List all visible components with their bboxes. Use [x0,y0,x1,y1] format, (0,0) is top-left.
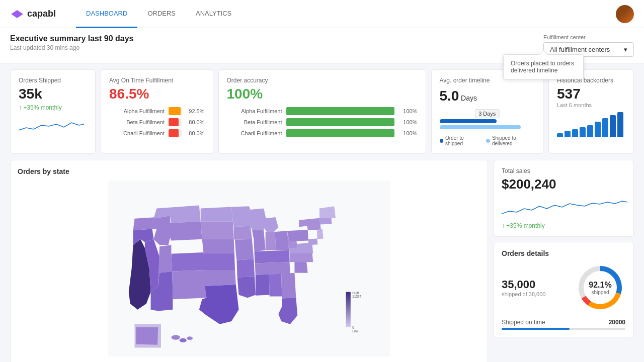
acc-pct-beta: 100% [398,119,418,125]
avatar-image [616,5,634,23]
donut-center: 92.1% shipped [589,281,611,295]
legend-value-text: 11374 [352,295,361,298]
bar-pct-beta: 80.0% [186,119,205,125]
bar-col-9 [617,112,623,137]
shipped-on-time-row: Shipped on time 20000 [502,319,625,326]
bar-col-4 [580,127,586,137]
shipped-bar-fill [502,328,570,330]
orders-details-title: Orders details [502,249,625,257]
orders-shipped-title: Orders Shipped [19,77,87,84]
bar-fill-charli [169,129,179,137]
legend-low-text: Low [352,329,358,333]
state-nj [317,229,323,239]
backorders-value: 537 [557,86,625,102]
orders-sparkline [19,115,87,137]
fulfillment-name-charli: Charli Fulfillment [109,130,165,136]
state-sc [294,260,307,273]
last-updated: Last updated 30 mins ago [10,44,133,51]
main-nav: DASHBOARD ORDERS ANALYTICS [76,0,242,28]
header-right [616,5,634,23]
state-ar [237,259,255,277]
acc-pct-charli: 100% [398,130,418,136]
bar-beta [169,118,182,126]
bar-pct-alpha: 92.5% [186,108,205,114]
bar-pct-charli: 80.0% [186,130,205,136]
bar-fill-beta [169,118,179,126]
days-value: 5.0 [440,88,459,104]
state-wy [169,222,202,241]
sales-trend-text: +35% monthly [506,222,544,229]
donut-label: shipped [589,290,611,295]
main-content: Orders by state [0,160,644,362]
bar-fill-alpha [169,107,181,115]
accuracy-row-charli: Charli Fulfillment 100% [227,129,418,137]
nav-dashboard[interactable]: DASHBOARD [76,0,137,28]
avatar[interactable] [616,5,634,23]
nav-orders[interactable]: ORDERS [137,0,186,28]
sales-trend-up-icon: ↑ [502,222,505,229]
legend-dot-light [486,139,490,143]
fulfillment-name-beta: Beta Fulfillment [109,119,165,125]
legend-zero-text: 0 [352,326,354,329]
avg-on-time-title: Avg On Time Fulfillment [109,77,205,84]
order-accuracy-title: Order accuracy [227,77,418,84]
state-co [171,252,205,272]
sales-title: Total sales [502,167,625,174]
state-sd [201,222,234,239]
bar-col-8 [610,115,616,138]
state-nm [172,270,206,299]
fulfillment-row-alpha: Alpha Fulfillment 92.5% [109,107,205,115]
orders-sub: shipped of 38,000 [502,291,567,297]
fulfillment-dropdown: Fulfillment center All fulfillment cente… [543,34,634,57]
shipped-on-time-value: 20000 [609,319,625,326]
trend-up-icon: ↑ [19,104,22,111]
donut-chart: 92.1% shipped [575,262,625,313]
avg-order-timeline-card: Avg. order timeline 5.0 Days 3 Days Orde… [431,69,544,154]
accuracy-name-charli: Charli Fulfillment [227,130,282,136]
state-ne-states2 [319,206,336,218]
orders-left: 35,000 shipped of 38,000 [502,278,567,297]
donut-pct: 92.1% [589,281,611,290]
order-accuracy-card: Order accuracy 100% Alpha Fulfillment 10… [218,69,426,154]
fulfillment-row-beta: Beta Fulfillment 80.0% [109,118,205,126]
fulfillment-value: All fulfillment centers [550,46,610,53]
orders-shipped-value: 35k [19,86,87,102]
bar-col-5 [587,125,593,138]
sales-value: $200,240 [502,176,625,192]
state-mn [231,206,252,227]
backorders-bar-chart [557,112,625,137]
bar-alpha [169,107,182,115]
state-pa [287,230,308,241]
map-title: Orders by state [18,167,480,175]
summary-title: Executive summary last 90 days [10,34,133,43]
acc-fill-charli [286,129,394,137]
bar-col-2 [565,131,571,137]
sales-sparkline [502,196,625,220]
fulfillment-label: Fulfillment center [543,34,634,40]
state-md [308,239,318,245]
bar-col-6 [595,122,601,137]
nav-analytics[interactable]: ANALYTICS [186,0,242,28]
acc-bar-charli [286,129,394,137]
logo-text: capabl [27,9,56,19]
state-wa [133,217,157,230]
acc-bar-alpha [286,107,394,115]
bar-charli [169,129,182,137]
shipped-on-time-label: Shipped on time [502,319,545,326]
state-ks [204,253,235,270]
legend-label-dark: Order to shipped [445,135,480,146]
accuracy-row-beta: Beta Fulfillment 100% [227,118,418,126]
state-ne [202,239,234,253]
state-hi-3 [187,336,193,340]
acc-fill-alpha [286,107,394,115]
orders-count: 35,000 [502,278,567,291]
orders-shipped-card: Orders Shipped 35k ↑ +35% monthly [10,69,96,154]
tooltip-box: Orders placed to orders delivered timeli… [503,54,584,79]
timeline-legend: Order to shipped Shipped to delivered [440,135,535,146]
fulfillment-row-charli: Charli Fulfillment 80.0% [109,129,205,137]
state-id [153,216,171,245]
tooltip-text: Orders placed to orders delivered timeli… [511,60,574,74]
state-oh [275,231,289,250]
us-map-svg: High 11374 0 Low [18,180,480,356]
state-mo [235,239,254,260]
